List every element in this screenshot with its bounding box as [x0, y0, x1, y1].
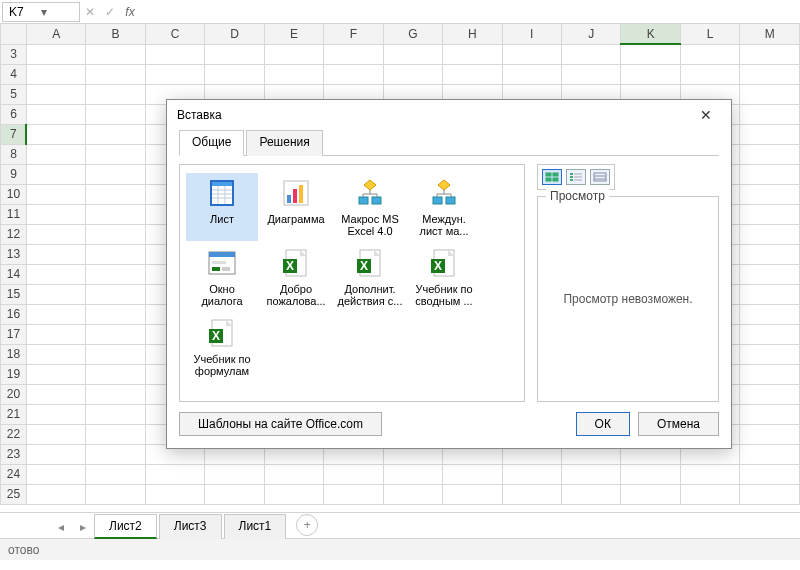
cell[interactable] [26, 264, 85, 284]
cell[interactable] [324, 464, 383, 484]
cell[interactable] [740, 244, 800, 264]
cell[interactable] [502, 464, 561, 484]
cell[interactable] [26, 144, 85, 164]
row-header[interactable]: 25 [1, 484, 27, 504]
column-header[interactable]: H [443, 24, 502, 44]
cell[interactable] [26, 464, 85, 484]
cell[interactable] [264, 484, 323, 504]
cell[interactable] [86, 104, 145, 124]
cell[interactable] [86, 164, 145, 184]
row-header[interactable]: 13 [1, 244, 27, 264]
cell[interactable] [383, 64, 442, 84]
view-details-icon[interactable] [590, 169, 610, 185]
cell[interactable] [740, 224, 800, 244]
template-welcome[interactable]: X Добро пожалова... [260, 243, 332, 311]
cell[interactable] [26, 364, 85, 384]
cell[interactable] [86, 184, 145, 204]
template-intl[interactable]: Междун. лист ма... [408, 173, 480, 241]
dialog-tab-0[interactable]: Общие [179, 130, 244, 156]
cell[interactable] [740, 264, 800, 284]
cell[interactable] [740, 424, 800, 444]
ok-button[interactable]: ОК [576, 412, 630, 436]
cell[interactable] [740, 484, 800, 504]
cell[interactable] [86, 224, 145, 244]
cell[interactable] [264, 44, 323, 64]
cell[interactable] [86, 44, 145, 64]
template-formulas[interactable]: X Учебник по формулам [186, 313, 258, 381]
cell[interactable] [26, 404, 85, 424]
cell[interactable] [740, 164, 800, 184]
cell[interactable] [621, 44, 680, 64]
cancel-button[interactable]: Отмена [638, 412, 719, 436]
cell[interactable] [383, 44, 442, 64]
row-header[interactable]: 22 [1, 424, 27, 444]
cell[interactable] [621, 464, 680, 484]
row-header[interactable]: 18 [1, 344, 27, 364]
cell[interactable] [740, 184, 800, 204]
row-header[interactable]: 11 [1, 204, 27, 224]
cell[interactable] [86, 84, 145, 104]
template-addon[interactable]: X Дополнит. действия с... [334, 243, 406, 311]
sheet-tab-1[interactable]: Лист3 [159, 514, 222, 539]
cell[interactable] [86, 264, 145, 284]
cell[interactable] [26, 384, 85, 404]
cell[interactable] [26, 104, 85, 124]
cell[interactable] [26, 484, 85, 504]
column-header[interactable]: B [86, 24, 145, 44]
row-header[interactable]: 24 [1, 464, 27, 484]
cell[interactable] [86, 424, 145, 444]
cell[interactable] [680, 64, 739, 84]
cell[interactable] [443, 64, 502, 84]
cell[interactable] [26, 44, 85, 64]
cell[interactable] [383, 484, 442, 504]
column-header[interactable]: K [621, 24, 680, 44]
cell[interactable] [562, 64, 621, 84]
row-header[interactable]: 15 [1, 284, 27, 304]
template-macro[interactable]: Макрос MS Excel 4.0 [334, 173, 406, 241]
cell[interactable] [740, 104, 800, 124]
cell[interactable] [86, 124, 145, 144]
cell[interactable] [443, 44, 502, 64]
template-pivot[interactable]: X Учебник по сводным ... [408, 243, 480, 311]
cell[interactable] [86, 324, 145, 344]
column-header[interactable]: C [145, 24, 204, 44]
cell[interactable] [740, 324, 800, 344]
cell[interactable] [26, 64, 85, 84]
cell[interactable] [26, 164, 85, 184]
add-sheet-button[interactable]: + [296, 514, 318, 536]
cell[interactable] [740, 384, 800, 404]
row-header[interactable]: 16 [1, 304, 27, 324]
cell[interactable] [740, 444, 800, 464]
row-header[interactable]: 9 [1, 164, 27, 184]
row-header[interactable]: 8 [1, 144, 27, 164]
cell[interactable] [86, 204, 145, 224]
column-header[interactable]: G [383, 24, 442, 44]
cell[interactable] [26, 224, 85, 244]
cell[interactable] [324, 484, 383, 504]
cell[interactable] [205, 484, 264, 504]
cell[interactable] [740, 64, 800, 84]
cell[interactable] [562, 484, 621, 504]
column-header[interactable]: L [680, 24, 739, 44]
view-large-icons-icon[interactable] [542, 169, 562, 185]
column-header[interactable]: I [502, 24, 561, 44]
column-header[interactable]: F [324, 24, 383, 44]
cell[interactable] [86, 404, 145, 424]
row-header[interactable]: 14 [1, 264, 27, 284]
cell[interactable] [562, 464, 621, 484]
column-header[interactable]: J [562, 24, 621, 44]
formula-input[interactable] [140, 2, 800, 22]
column-header[interactable]: M [740, 24, 800, 44]
cell[interactable] [680, 464, 739, 484]
cell[interactable] [443, 484, 502, 504]
cell[interactable] [740, 464, 800, 484]
cell[interactable] [324, 64, 383, 84]
cell[interactable] [443, 464, 502, 484]
cell[interactable] [86, 64, 145, 84]
row-header[interactable]: 12 [1, 224, 27, 244]
cell[interactable] [740, 204, 800, 224]
cell[interactable] [86, 304, 145, 324]
cell[interactable] [26, 84, 85, 104]
cell[interactable] [86, 364, 145, 384]
cell[interactable] [740, 364, 800, 384]
